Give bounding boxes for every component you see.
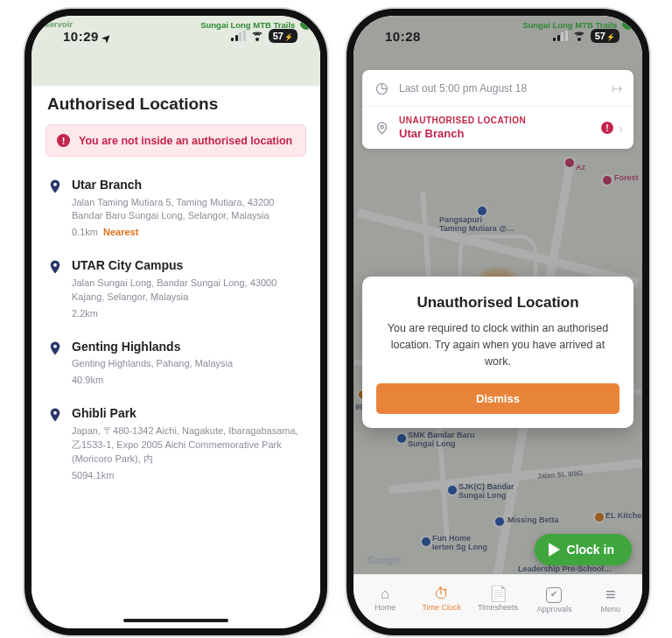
- location-row[interactable]: Ghibli ParkJapan, 〒480-1342 Aichi, Nagak…: [46, 397, 306, 492]
- poi-leadership: Leadership Pre-School…: [518, 564, 612, 573]
- poi-pin-icon: [595, 513, 604, 522]
- tab-menu[interactable]: Menu: [583, 585, 639, 613]
- pin-icon: [47, 179, 63, 194]
- status-card[interactable]: Last out 5:00 pm August 18 UNAUTHORISED …: [362, 70, 634, 149]
- home-icon: [381, 586, 389, 601]
- poi-pin-icon: [422, 537, 430, 546]
- modal-title: Unauthorised Location: [376, 294, 620, 312]
- poi-el: EL Kitchen: [606, 511, 642, 520]
- pin-icon: [47, 340, 63, 356]
- tab-bar: Home Time Clock Timesheets Approvals Men…: [354, 574, 642, 628]
- unauth-label: UNAUTHORISED LOCATION: [399, 116, 526, 125]
- poi-sjkc: SJK(C) Bandar Sungai Long: [458, 482, 514, 500]
- svg-point-3: [53, 411, 57, 415]
- location-address: Jalan Taming Mutiara 5, Taming Mutiara, …: [72, 196, 299, 224]
- tab-time-clock[interactable]: Time Clock: [413, 586, 469, 612]
- location-name: UTAR City Campus: [72, 258, 299, 274]
- status-time: 10:29: [63, 29, 99, 44]
- cell-signal-icon: [231, 32, 246, 41]
- location-row[interactable]: UTAR City CampusJalan Sungai Long, Banda…: [46, 249, 306, 330]
- svg-point-1: [53, 263, 57, 267]
- poi-pangsapuri: Pangsapuri Taming Mutiara @…: [439, 215, 514, 233]
- pin-icon: [373, 121, 390, 136]
- poi-fun: Fun Home Ierten Sg Long: [432, 534, 487, 551]
- map-attribution: Google: [368, 555, 401, 565]
- tab-timesheets[interactable]: Timesheets: [470, 586, 526, 612]
- location-distance: 5094.1km: [72, 470, 299, 480]
- poi-forest: Forest: [614, 173, 639, 182]
- poi-az: Az: [576, 163, 585, 172]
- unauthorised-modal: Unauthorised Location You are required t…: [362, 277, 634, 428]
- location-distance: 0.1kmNearest: [72, 227, 299, 237]
- location-address: Genting Highlands, Pahang, Malaysia: [72, 357, 233, 371]
- location-row[interactable]: Utar BranchJalan Taming Mutiara 5, Tamin…: [46, 169, 306, 249]
- pin-icon: [47, 407, 63, 423]
- svg-point-2: [53, 345, 57, 348]
- page-title: Authorised Locations: [32, 84, 320, 124]
- poi-pin-icon: [495, 517, 504, 526]
- modal-body: You are required to clock within an auth…: [382, 320, 614, 369]
- status-bar: 10:28 57⚡: [354, 16, 642, 53]
- unauthorised-row[interactable]: UNAUTHORISED LOCATION Utar Branch !: [362, 106, 634, 149]
- battery-icon: 57⚡: [269, 29, 298, 43]
- poi-smk: SMK Bandar Baru Sungai Long: [408, 431, 475, 448]
- tab-home[interactable]: Home: [357, 586, 413, 612]
- poi-pin-icon: [478, 207, 486, 215]
- tab-approvals[interactable]: Approvals: [526, 585, 582, 613]
- location-address: Jalan Sungai Long, Bandar Sungai Long, 4…: [72, 277, 299, 305]
- home-indicator[interactable]: [123, 619, 228, 622]
- last-out-row[interactable]: Last out 5:00 pm August 18: [362, 70, 634, 106]
- login-icon: [612, 81, 623, 96]
- pin-icon: [47, 259, 63, 275]
- location-name: Utar Branch: [72, 178, 299, 193]
- unauthorised-warning-banner: ! You are not inside an authorised locat…: [46, 124, 306, 157]
- cell-signal-icon: [553, 32, 568, 41]
- phone-right: Pangsapuri Taming Mutiara @… Forest Az a…: [354, 16, 642, 628]
- svg-point-4: [380, 125, 382, 128]
- poi-pin-icon: [603, 176, 612, 185]
- sheet-icon: [489, 586, 508, 601]
- status-time: 10:28: [385, 29, 421, 44]
- nearest-badge: Nearest: [103, 227, 138, 237]
- poi-missing: Missing Betta: [508, 515, 559, 524]
- dismiss-button[interactable]: Dismiss: [376, 383, 620, 414]
- location-list: Utar BranchJalan Taming Mutiara 5, Tamin…: [32, 169, 320, 493]
- wifi-icon: [250, 31, 264, 41]
- approve-icon: [546, 585, 562, 603]
- last-out-text: Last out 5:00 pm August 18: [399, 82, 527, 95]
- svg-point-0: [53, 183, 57, 186]
- alert-icon: !: [57, 134, 70, 147]
- chevron-right-icon: [619, 121, 623, 136]
- location-services-icon: [102, 29, 112, 44]
- unauth-branch: Utar Branch: [399, 127, 526, 140]
- clock-in-label: Clock in: [567, 543, 614, 557]
- clock-in-button[interactable]: Clock in: [535, 534, 632, 565]
- location-distance: 2.2km: [72, 308, 299, 319]
- location-address: Japan, 〒480-1342 Aichi, Nagakute, Ibarag…: [72, 424, 299, 466]
- location-row[interactable]: Genting HighlandsGenting Highlands, Paha…: [46, 331, 306, 397]
- stopwatch-icon: [434, 586, 449, 601]
- warning-text: You are not inside an authorised locatio…: [79, 135, 292, 147]
- alert-badge-icon: !: [601, 122, 613, 134]
- poi-pin-icon: [565, 158, 574, 167]
- poi-pin-icon: [448, 486, 457, 494]
- play-icon: [549, 543, 560, 557]
- wifi-icon: [572, 31, 586, 41]
- location-name: Genting Highlands: [72, 340, 233, 355]
- phone-left: eservoir Sungai Long MTB Trails 10:29 57…: [32, 16, 320, 628]
- battery-icon: 57⚡: [591, 29, 620, 43]
- status-bar: 10:29 57⚡: [32, 16, 320, 53]
- poi-pin-icon: [397, 434, 406, 443]
- location-distance: 40.9km: [72, 375, 233, 385]
- menu-icon: [606, 585, 616, 603]
- clock-icon: [373, 79, 390, 97]
- location-name: Ghibli Park: [72, 406, 299, 422]
